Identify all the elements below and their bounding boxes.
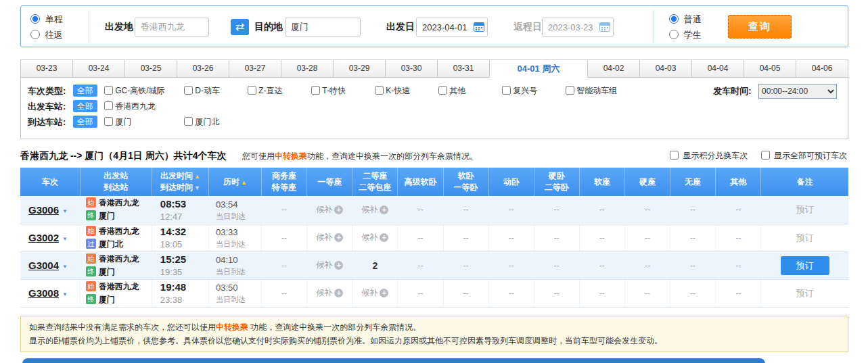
date-tab-04-03[interactable]: 04-03 [639,59,692,78]
train-type-checks-checkbox[interactable] [375,86,384,95]
trip-one-way-label: 单程 [45,14,63,24]
waitlist-plus-icon[interactable]: + [380,233,388,242]
route-summary: 香港西九龙 --> 厦门（4月1日 周六）共计4个车次 [20,150,227,161]
transfer-link[interactable]: 中转换乘 [216,322,248,332]
show-points-trains-checkbox[interactable] [670,151,679,160]
arrive-station-checks-checkbox[interactable] [104,117,113,126]
depart-time-select[interactable]: 00:00--24:00 [758,84,837,99]
train-type-checks-option[interactable]: 智能动车组 [566,83,617,98]
seat-unavailable: -- [599,205,605,214]
waitlist-plus-icon[interactable]: + [334,205,343,214]
train-number-link[interactable]: G3002 [28,232,59,243]
waitlist-plus-icon[interactable]: + [334,233,343,242]
arrive-day: 当日到达 [216,239,261,249]
arrive-station-checks-checkbox[interactable] [184,117,193,126]
show-all-bookable-checkbox[interactable] [761,151,770,160]
passenger-normal-option[interactable]: 普通 [669,11,702,27]
arrive-time: 19:35 [160,266,208,278]
train-type-checks-checkbox[interactable] [566,86,574,95]
calendar-icon[interactable] [474,22,484,32]
date-tab-04-04[interactable]: 04-04 [691,59,744,78]
to-station-badge: 终 [86,294,96,304]
passenger-student-option[interactable]: 学生 [669,27,702,43]
date-tab-03-30[interactable]: 03-30 [385,59,438,78]
date-tab-03-31[interactable]: 03-31 [437,59,490,78]
train-type-checks-checkbox[interactable] [502,86,511,95]
train-type-checks-option[interactable]: 复兴号 [502,83,566,98]
arrive-station-checks-option[interactable]: 厦门 [104,114,184,129]
date-tab-03-24[interactable]: 03-24 [72,59,125,78]
depart-station-checks-checkbox[interactable] [104,101,113,110]
duration-cell: 03:54当日到达 [208,196,261,224]
divider [89,10,89,43]
expand-caret-icon[interactable]: ▼ [62,236,68,242]
train-type-checks-option[interactable]: T-特快 [311,83,375,98]
sort-asc-icon[interactable]: ▲ [241,179,247,186]
transfer-link[interactable]: 中转换乘 [275,151,307,161]
date-tab-04-02[interactable]: 04-02 [587,59,640,78]
to-input[interactable] [285,18,361,37]
column-header: 无座 [670,168,716,196]
train-type-checks-option[interactable]: D-动车 [184,83,248,98]
waitlist-plus-icon[interactable]: + [334,261,343,270]
waitlist-plus-icon[interactable]: + [380,289,388,297]
expand-caret-icon[interactable]: ▼ [62,208,68,214]
passenger-student-radio[interactable] [669,30,679,39]
train-number-link[interactable]: G3006 [28,204,59,216]
show-points-trains-option[interactable]: 显示积分兑换车次 [670,151,750,160]
trip-round-radio[interactable] [30,30,40,39]
train-type-checks-checkbox[interactable] [311,86,320,95]
train-type-checks-checkbox[interactable] [184,86,193,95]
arrive-station-label: 到达车站: [28,117,66,127]
passenger-normal-radio[interactable] [669,14,679,24]
column-header[interactable]: 出发时间▲到达时间▼ [152,168,208,196]
column-header[interactable]: 历时▲ [208,168,261,196]
waitlist-plus-icon[interactable]: + [380,205,388,214]
train-type-checks-checkbox[interactable] [104,86,113,95]
show-all-bookable-option[interactable]: 显示全部可预订车次 [761,151,847,160]
arrive-station-checks-option[interactable]: 厦门北 [184,114,219,129]
depart-station-checks-option[interactable]: 香港西九龙 [104,99,156,114]
trip-one-way-option[interactable]: 单程 [30,11,63,27]
train-type-all-badge[interactable]: 全部 [73,84,97,97]
date-tab-04-06[interactable]: 04-06 [796,59,848,78]
times-cell: 19:4823:38 [152,279,208,307]
train-type-checks-option[interactable]: K-快速 [375,83,438,98]
date-tab-03-25[interactable]: 03-25 [124,59,177,78]
waitlist-plus-icon[interactable]: + [334,289,343,297]
seat-unavailable: -- [463,233,469,243]
stations-cell: 始香港西九龙终厦门 [80,251,152,279]
train-number-link[interactable]: G3008 [28,287,59,299]
sort-asc-icon[interactable]: ▲ [194,173,200,180]
trip-round-option[interactable]: 往返 [30,27,63,43]
arrive-station-all-badge[interactable]: 全部 [73,116,97,128]
seat-unavailable: -- [645,205,650,214]
date-tab-03-23[interactable]: 03-23 [20,59,73,78]
swap-stations-icon[interactable]: ⇄ [231,19,249,35]
date-tab-03-28[interactable]: 03-28 [281,59,334,78]
seat-cell: 候补+ [307,224,352,251]
trip-type-group: 单程 往返 [30,11,63,43]
train-number-link[interactable]: G3004 [28,260,59,271]
train-type-checks-checkbox[interactable] [438,86,447,95]
expand-caret-icon[interactable]: ▼ [62,264,68,270]
date-tab-03-29[interactable]: 03-29 [333,59,386,78]
from-input[interactable] [135,18,209,37]
to-station-name: 厦门 [99,267,115,276]
expand-caret-icon[interactable]: ▼ [62,291,68,297]
date-tab-03-26[interactable]: 03-26 [177,59,229,78]
trip-one-way-radio[interactable] [30,14,40,24]
book-button[interactable]: 预订 [781,256,829,275]
train-type-checks-option[interactable]: 其他 [438,83,502,98]
depart-station-all-badge[interactable]: 全部 [73,100,97,112]
seat-cell: -- [443,279,488,307]
train-type-checks-checkbox[interactable] [248,86,256,95]
train-type-checks-option[interactable]: GC-高铁/城际 [104,83,184,98]
date-tab-03-27[interactable]: 03-27 [229,59,281,78]
date-tab-04-01[interactable]: 04-01 周六 [489,59,588,78]
sort-desc-icon[interactable]: ▼ [194,185,200,191]
date-tab-04-05[interactable]: 04-05 [744,59,796,78]
seat-cell: -- [670,251,716,279]
query-button[interactable]: 查询 [728,15,792,39]
train-type-checks-option[interactable]: Z-直达 [248,83,311,98]
